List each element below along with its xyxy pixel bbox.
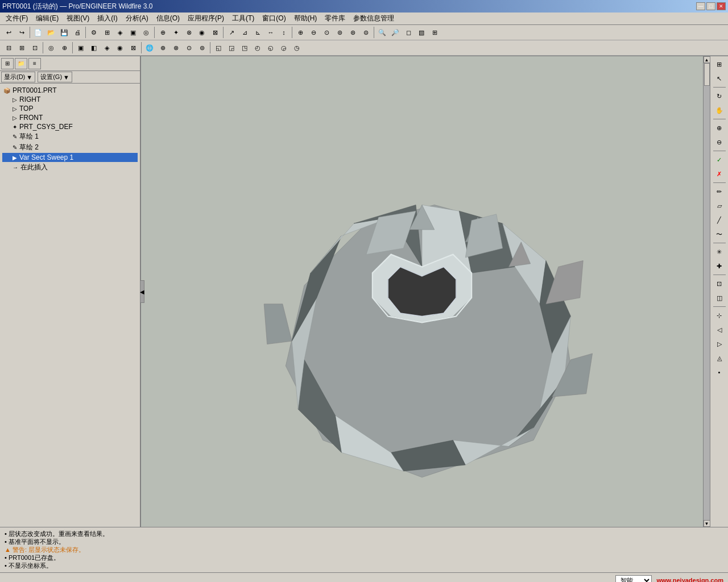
rt-zoom-out[interactable]: ⊖ bbox=[713, 135, 726, 149]
rt-check[interactable]: ✓ bbox=[713, 153, 726, 167]
tree-item[interactable]: ▷FRONT bbox=[2, 113, 138, 122]
menu-item-tools[interactable]: 工具(T) bbox=[229, 13, 258, 24]
scroll-thumb[interactable] bbox=[704, 63, 710, 86]
r2-tb7[interactable]: ◧ bbox=[88, 41, 100, 54]
tree-item[interactable]: ▷TOP bbox=[2, 104, 138, 113]
tree-item[interactable]: ▶Var Sect Sweep 1 bbox=[2, 153, 138, 162]
display-dropdown[interactable]: 显示(D) ▼ bbox=[1, 72, 35, 82]
r2-tb12[interactable]: ⊕ bbox=[156, 41, 169, 54]
tb17[interactable]: ↕ bbox=[278, 26, 290, 39]
rt-arrow[interactable]: ↖ bbox=[713, 72, 726, 85]
tree-item[interactable]: ✎草绘 1 bbox=[2, 131, 138, 142]
scroll-up[interactable]: ▲ bbox=[704, 56, 710, 63]
tree-item[interactable]: →在此插入 bbox=[2, 162, 138, 173]
minimize-button[interactable]: — bbox=[696, 2, 705, 10]
menu-item-help[interactable]: 帮助(H) bbox=[291, 13, 321, 24]
rt-rect[interactable]: ▱ bbox=[713, 199, 726, 213]
r2-tb22[interactable]: ◷ bbox=[291, 41, 303, 54]
tb26[interactable]: ◻ bbox=[402, 26, 415, 39]
viewport-scrollbar[interactable]: ▲ ▼ bbox=[703, 56, 710, 527]
save-button[interactable]: 💾 bbox=[58, 26, 71, 39]
tb24[interactable]: 🔍 bbox=[376, 26, 388, 39]
maximize-button[interactable]: □ bbox=[706, 2, 715, 10]
menu-item-info[interactable]: 信息(O) bbox=[153, 13, 183, 24]
tb5[interactable]: ◈ bbox=[114, 26, 126, 39]
r2-tb13[interactable]: ⊗ bbox=[169, 41, 182, 54]
rt-select[interactable]: ⊞ bbox=[713, 57, 726, 71]
panel-collapse-handle[interactable]: ◀ bbox=[140, 280, 144, 303]
viewport[interactable] bbox=[141, 56, 703, 527]
r2-tb20[interactable]: ◵ bbox=[264, 41, 277, 54]
tb14[interactable]: ⊿ bbox=[238, 26, 251, 39]
rt-mirror[interactable]: ⊡ bbox=[713, 277, 726, 290]
tb25[interactable]: 🔎 bbox=[389, 26, 402, 39]
rt-line[interactable]: ╱ bbox=[713, 213, 726, 227]
rt-dim[interactable]: ⊹ bbox=[713, 309, 726, 322]
tb22[interactable]: ⊛ bbox=[346, 26, 359, 39]
panel-tab-folder[interactable]: 📁 bbox=[15, 58, 27, 69]
menu-item-view[interactable]: 视图(V) bbox=[63, 13, 93, 24]
tree-root[interactable]: 📦 PRT0001.PRT bbox=[2, 86, 138, 95]
rt-star[interactable]: ✳ bbox=[713, 245, 726, 259]
r2-tb19[interactable]: ◴ bbox=[251, 41, 264, 54]
tb7[interactable]: ◎ bbox=[140, 26, 152, 39]
settings-dropdown[interactable]: 设置(G) ▼ bbox=[38, 72, 72, 82]
tb6[interactable]: ▣ bbox=[127, 26, 139, 39]
scroll-down[interactable]: ▼ bbox=[704, 520, 710, 527]
menu-item-window[interactable]: 窗口(O) bbox=[259, 13, 289, 24]
tb18[interactable]: ⊕ bbox=[294, 26, 307, 39]
r2-tb18[interactable]: ◳ bbox=[238, 41, 251, 54]
menu-item-edit[interactable]: 编辑(E) bbox=[32, 13, 62, 24]
tb23[interactable]: ⊜ bbox=[359, 26, 372, 39]
tb8[interactable]: ⊕ bbox=[156, 26, 169, 39]
tb9[interactable]: ✦ bbox=[169, 26, 182, 39]
tree-item[interactable]: ✎草绘 2 bbox=[2, 142, 138, 153]
r2-tb17[interactable]: ◲ bbox=[225, 41, 238, 54]
menu-item-paraminfo[interactable]: 参数信息管理 bbox=[350, 13, 398, 24]
r2-tb6[interactable]: ▣ bbox=[75, 41, 87, 54]
menu-item-partlib[interactable]: 零件库 bbox=[321, 13, 349, 24]
rt-curve[interactable]: 〜 bbox=[713, 227, 726, 241]
rt-point[interactable]: • bbox=[713, 365, 726, 379]
r2-tb15[interactable]: ⊚ bbox=[196, 41, 208, 54]
rt-cross[interactable]: ✚ bbox=[713, 259, 726, 273]
tb13[interactable]: ↗ bbox=[225, 26, 238, 39]
tree-item[interactable]: ▷RIGHT bbox=[2, 95, 138, 104]
tb3[interactable]: ⚙ bbox=[88, 26, 100, 39]
rt-pan[interactable]: ✋ bbox=[713, 103, 726, 117]
r2-tb5[interactable]: ⊕ bbox=[58, 41, 71, 54]
open-button[interactable]: 📂 bbox=[45, 26, 57, 39]
panel-tab-props[interactable]: ≡ bbox=[28, 58, 41, 69]
new-button[interactable]: 📄 bbox=[32, 26, 44, 39]
tb16[interactable]: ↔ bbox=[264, 26, 277, 39]
close-button[interactable]: ✕ bbox=[717, 2, 726, 10]
r2-tb21[interactable]: ◶ bbox=[278, 41, 290, 54]
rt-pattern[interactable]: ◫ bbox=[713, 291, 726, 305]
r2-tb9[interactable]: ◉ bbox=[114, 41, 126, 54]
menu-item-insert[interactable]: 插入(I) bbox=[94, 13, 121, 24]
rt-rotate[interactable]: ↻ bbox=[713, 89, 726, 103]
mode-select[interactable]: 智能 bbox=[615, 575, 652, 583]
undo-button[interactable]: ↩ bbox=[2, 26, 15, 39]
rt-pencil[interactable]: ✏ bbox=[713, 185, 726, 198]
r2-tb8[interactable]: ◈ bbox=[101, 41, 113, 54]
rt-x[interactable]: ✗ bbox=[713, 167, 726, 181]
tb11[interactable]: ◉ bbox=[196, 26, 208, 39]
r2-tb1[interactable]: ⊟ bbox=[2, 41, 15, 54]
tb20[interactable]: ⊙ bbox=[320, 26, 333, 39]
r2-tb11[interactable]: 🌐 bbox=[143, 41, 156, 54]
rt-constrain[interactable]: ◁ bbox=[713, 323, 726, 336]
print-button[interactable]: 🖨 bbox=[71, 26, 84, 39]
redo-button[interactable]: ↪ bbox=[15, 26, 28, 39]
r2-tb10[interactable]: ⊠ bbox=[127, 41, 139, 54]
tb15[interactable]: ⊾ bbox=[251, 26, 264, 39]
tb27[interactable]: ▧ bbox=[415, 26, 428, 39]
panel-tab-tree[interactable]: ⊞ bbox=[1, 58, 14, 69]
tb10[interactable]: ⊗ bbox=[183, 26, 195, 39]
tb4[interactable]: ⊞ bbox=[101, 26, 113, 39]
tree-item[interactable]: ✦PRT_CSYS_DEF bbox=[2, 122, 138, 131]
tb19[interactable]: ⊖ bbox=[307, 26, 320, 39]
r2-tb16[interactable]: ◱ bbox=[212, 41, 225, 54]
menu-item-file[interactable]: 文件(F) bbox=[2, 13, 31, 24]
tb12[interactable]: ⊠ bbox=[209, 26, 221, 39]
